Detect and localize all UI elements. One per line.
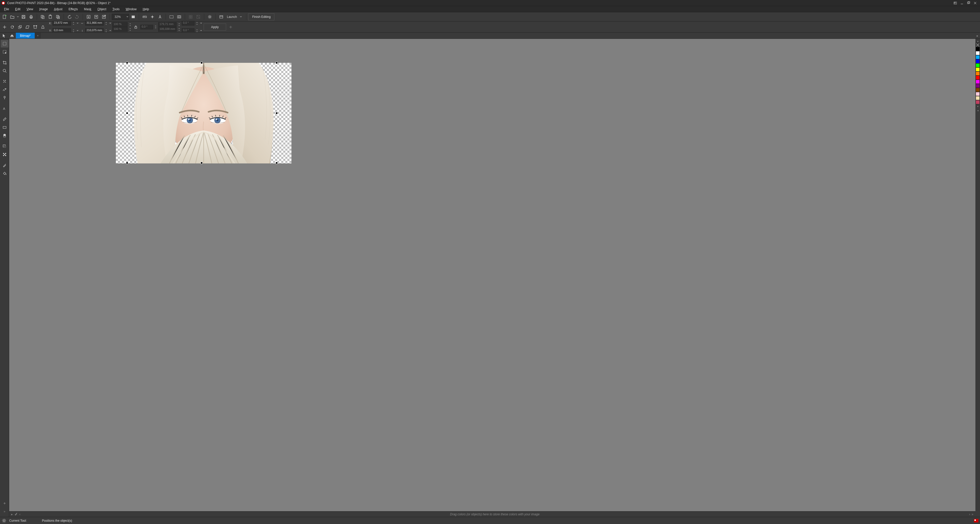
center-y-input[interactable]: 105,038 mm xyxy=(158,27,177,32)
swatch-ff0000[interactable] xyxy=(976,76,980,80)
scale-y-input[interactable]: 100 % xyxy=(112,27,127,32)
swatch-ffccdd[interactable] xyxy=(976,92,980,96)
rectangle-tool[interactable] xyxy=(1,124,8,131)
close-button[interactable] xyxy=(972,0,978,6)
eraser-tool[interactable] xyxy=(1,132,8,139)
menu-window[interactable]: Window xyxy=(123,6,140,12)
drop-shadow-tool[interactable] xyxy=(1,142,8,150)
status-foreground-color-icon[interactable] xyxy=(974,519,978,522)
export-button[interactable] xyxy=(93,13,100,21)
toolbox-expand[interactable]: » xyxy=(1,508,8,515)
palette-scroll-down[interactable]: ▾ xyxy=(976,104,980,108)
finish-editing-button[interactable]: Finish Editing xyxy=(248,13,274,21)
selection-handle-bl[interactable] xyxy=(126,162,128,164)
swatch-ffff00[interactable] xyxy=(976,67,980,72)
launch-dropdown[interactable] xyxy=(239,13,242,21)
width-input[interactable]: 311,866 mm xyxy=(85,21,103,25)
rotate-object-button[interactable] xyxy=(9,24,16,31)
center-x-input[interactable]: 179,71 mm xyxy=(158,22,177,27)
open-button[interactable] xyxy=(9,13,16,21)
launch-label[interactable]: Launch xyxy=(227,15,237,19)
y-spinner[interactable] xyxy=(72,29,75,33)
skew-object-button[interactable] xyxy=(24,24,31,31)
canvas-image[interactable] xyxy=(116,63,291,163)
new-object-button[interactable] xyxy=(1,24,8,31)
tab-bitmap[interactable]: Bitmap* xyxy=(16,33,35,38)
paste-button[interactable] xyxy=(47,13,54,21)
x-input[interactable]: 23,872 mm xyxy=(52,21,71,25)
swatch-c04060[interactable] xyxy=(976,100,980,104)
selection-handle-bc[interactable] xyxy=(200,162,203,164)
zoom-tool[interactable] xyxy=(1,67,8,75)
print-button[interactable] xyxy=(27,13,35,21)
menu-file[interactable]: File xyxy=(1,6,12,12)
selection-handle-tl[interactable] xyxy=(126,62,128,64)
menu-view[interactable]: View xyxy=(24,6,36,12)
menu-edit[interactable]: Edit xyxy=(12,6,24,12)
selection-handle-tc[interactable] xyxy=(200,62,203,64)
skew-x-input[interactable]: 0,0 ° xyxy=(182,21,194,25)
w-spinner[interactable] xyxy=(105,21,108,25)
canvas[interactable] xyxy=(9,39,975,511)
app-launcher-icon[interactable] xyxy=(218,13,225,21)
menu-help[interactable]: Help xyxy=(140,6,152,12)
add-tab-button[interactable]: + xyxy=(35,33,41,38)
fill-tool[interactable] xyxy=(1,170,8,177)
height-input[interactable]: 210,075 mm xyxy=(85,28,103,33)
redo-button[interactable] xyxy=(73,13,81,21)
red-eye-tool[interactable] xyxy=(1,86,8,94)
palette-expand[interactable]: ◂ xyxy=(976,108,980,112)
home-tab[interactable] xyxy=(8,33,16,38)
sx-spinner[interactable] xyxy=(129,22,132,27)
swatch-ffffff[interactable] xyxy=(976,51,980,55)
colortray-prev[interactable]: ‹ xyxy=(19,513,21,516)
swatch-00aaff[interactable] xyxy=(976,55,980,59)
maximize-button[interactable] xyxy=(965,0,972,6)
copy-button[interactable] xyxy=(39,13,46,21)
text-tool[interactable]: A xyxy=(1,105,8,112)
w-dropdown[interactable] xyxy=(109,20,112,27)
clip-mask-button[interactable] xyxy=(187,13,194,21)
rotation-input[interactable]: 0,0 ° xyxy=(140,25,153,29)
swatch-000000[interactable] xyxy=(976,47,980,51)
selection-handle-br[interactable] xyxy=(275,162,278,164)
swatch-00ff00[interactable] xyxy=(976,63,980,67)
colortray-play-icon[interactable]: ▸ xyxy=(11,513,13,516)
transparency-tool[interactable] xyxy=(1,151,8,158)
add-preset-button[interactable] xyxy=(227,24,234,31)
swatch-ff00ff[interactable] xyxy=(976,80,980,84)
save-button[interactable] xyxy=(20,13,27,21)
colortray-next[interactable]: › xyxy=(969,513,970,516)
cx-spinner[interactable] xyxy=(178,22,181,27)
swatch-0000ff[interactable] xyxy=(976,59,980,63)
menu-image[interactable]: Image xyxy=(36,6,51,12)
menu-adjust[interactable]: Adjust xyxy=(51,6,65,12)
pick-tool-top[interactable] xyxy=(0,33,8,39)
selection-handle-ml[interactable] xyxy=(126,112,128,114)
add-tool-button[interactable] xyxy=(1,500,8,507)
cy-spinner[interactable] xyxy=(178,27,181,32)
tab-scroll-right[interactable]: ▸ xyxy=(975,33,980,39)
x-unit-dropdown[interactable] xyxy=(76,20,79,27)
undo-button[interactable] xyxy=(66,13,73,21)
distort-object-button[interactable] xyxy=(32,24,39,31)
pick-tool[interactable] xyxy=(1,40,8,48)
liquid-tool[interactable] xyxy=(1,94,8,102)
selection-handle-tr[interactable] xyxy=(275,62,278,64)
crop-tool[interactable] xyxy=(1,59,8,66)
colortray-eyedropper-icon[interactable] xyxy=(14,512,18,516)
rectangle-mask-tool[interactable] xyxy=(1,48,8,56)
fullscreen-preview-button[interactable] xyxy=(130,13,137,21)
mask-marquee-button[interactable] xyxy=(176,13,183,21)
grid-button[interactable] xyxy=(149,13,156,21)
h-spinner[interactable] xyxy=(105,29,108,33)
swatch-804000[interactable] xyxy=(976,88,980,92)
swatch-f5e0b0[interactable] xyxy=(976,96,980,100)
open-dropdown[interactable] xyxy=(16,13,19,21)
clone-tool[interactable] xyxy=(1,78,8,85)
palette-scroll-up[interactable]: ▴ xyxy=(976,39,980,43)
mask-overlay-button[interactable] xyxy=(168,13,175,21)
skew-y-input[interactable]: 0,0 ° xyxy=(182,28,194,33)
guidelines-button[interactable] xyxy=(156,13,164,21)
apply-button[interactable]: Apply xyxy=(204,24,226,31)
